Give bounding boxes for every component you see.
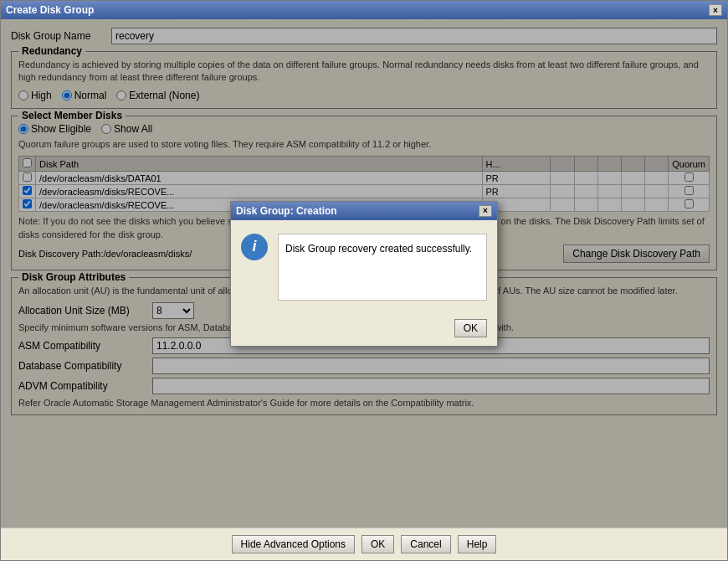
bottom-buttons: Hide Advanced Options OK Cancel Help [1, 528, 727, 560]
modal-close-button[interactable]: × [479, 205, 492, 217]
modal-message: Disk Group recovery created successfully… [285, 243, 472, 255]
hide-advanced-button[interactable]: Hide Advanced Options [232, 535, 355, 553]
modal-title: Disk Group: Creation [236, 205, 337, 217]
ok-button[interactable]: OK [361, 535, 394, 553]
modal-overlay: Disk Group: Creation × i Disk Group reco… [1, 19, 727, 528]
cancel-button[interactable]: Cancel [401, 535, 450, 553]
main-window: Create Disk Group × Disk Group Name Redu… [0, 0, 728, 561]
title-bar: Create Disk Group × [1, 1, 727, 19]
window-title: Create Disk Group [6, 4, 94, 16]
modal-message-box: Disk Group recovery created successfully… [278, 234, 487, 301]
window-content: Disk Group Name Redundancy Redundancy is… [1, 19, 727, 528]
modal-dialog: Disk Group: Creation × i Disk Group reco… [230, 201, 498, 347]
modal-title-bar: Disk Group: Creation × [231, 202, 497, 220]
help-button[interactable]: Help [458, 535, 497, 553]
modal-buttons-row: OK [231, 314, 497, 346]
window-close-button[interactable]: × [709, 4, 722, 16]
modal-ok-button[interactable]: OK [454, 319, 487, 337]
modal-content: i Disk Group recovery created successful… [231, 220, 497, 314]
info-icon: i [241, 234, 268, 260]
